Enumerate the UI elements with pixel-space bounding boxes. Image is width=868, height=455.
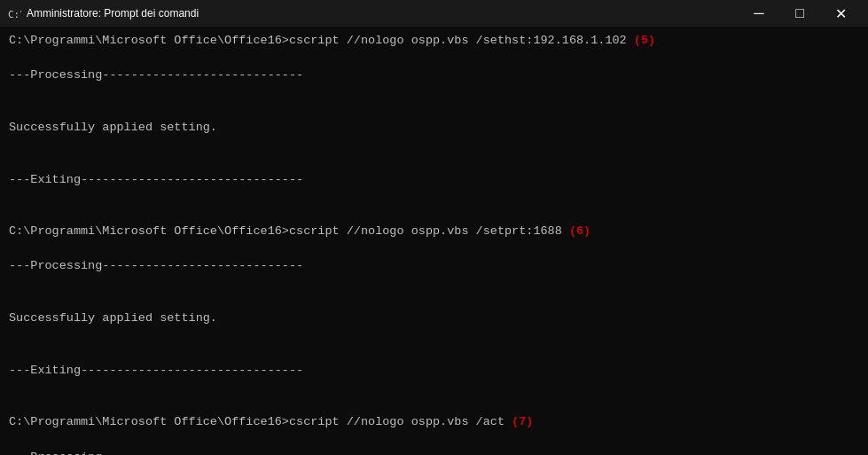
title-bar-controls: ─ □ ✕ — [739, 0, 861, 27]
terminal-line: ---Processing---------------------------… — [9, 257, 859, 275]
title-bar-title: Amministratore: Prompt dei comandi — [27, 7, 739, 20]
minimize-button[interactable]: ─ — [739, 0, 779, 27]
terminal-line: Successfully applied setting. — [9, 119, 859, 137]
terminal-line: ---Processing---------------------------… — [9, 67, 859, 84]
close-button[interactable]: ✕ — [820, 0, 861, 27]
maximize-button[interactable]: □ — [779, 0, 820, 27]
title-bar: C:\ Amministratore: Prompt dei comandi ─… — [0, 0, 868, 27]
terminal-line: ---Processing---------------------------… — [9, 449, 859, 456]
cmd-icon: C:\ — [7, 6, 21, 20]
terminal-line: C:\Programmi\Microsoft Office\Office16>c… — [9, 32, 859, 50]
svg-text:C:\: C:\ — [8, 9, 21, 20]
terminal-line: C:\Programmi\Microsoft Office\Office16>c… — [9, 223, 859, 240]
terminal-line: ---Exiting------------------------------… — [9, 362, 859, 380]
terminal-line: ---Exiting------------------------------… — [9, 171, 859, 189]
terminal-line: C:\Programmi\Microsoft Office\Office16>c… — [9, 413, 859, 431]
terminal-line: Successfully applied setting. — [9, 310, 859, 327]
terminal-body: C:\Programmi\Microsoft Office\Office16>c… — [0, 27, 868, 455]
